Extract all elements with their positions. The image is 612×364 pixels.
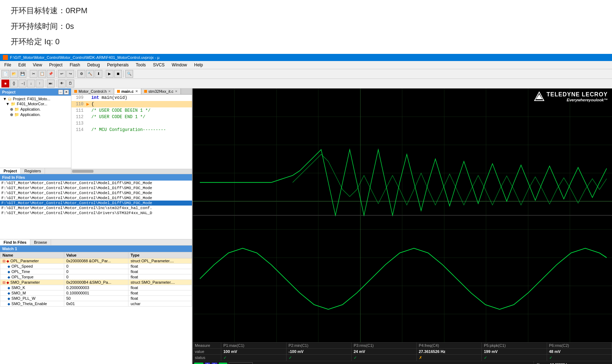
field-icon-speed: ◆: [7, 264, 10, 268]
find-files-label: Find In Files: [2, 175, 25, 180]
find-results[interactable]: F:\GIT_Motor\Motor_Control\Motor_Control…: [0, 181, 192, 239]
menu-edit[interactable]: Edit: [17, 62, 27, 68]
scope-bottom: Measure P1:max(C1) P2:min(C1) P3:rms(C1)…: [193, 342, 612, 364]
tb-save[interactable]: 💾: [19, 70, 26, 78]
measure-labels-row: Measure P1:max(C1) P2:min(C1) P3:rms(C1)…: [193, 343, 612, 349]
code-line-110: 110 ▶ {: [71, 101, 192, 107]
menu-svcs[interactable]: SVCS: [152, 62, 166, 68]
tb2-step-into[interactable]: ↓: [27, 80, 35, 87]
find-result-4[interactable]: F:\GIT_Motor\Motor_Control\Motor_Control…: [0, 196, 192, 201]
menu-view[interactable]: View: [31, 62, 44, 68]
tree-f401[interactable]: ▼ 📁 F401_MotorCor...: [0, 101, 71, 107]
struct-icon-opl: ⊟: [2, 259, 5, 263]
tb-paste[interactable]: 📌: [47, 70, 55, 78]
z4-ctrl-badge[interactable]: Z4: [219, 363, 228, 364]
tb2-step-over[interactable]: →|: [19, 80, 26, 87]
find-result-5[interactable]: F:\GIT_Motor\Motor_Control\Motor_Control…: [0, 201, 192, 206]
watch-row-smo-k[interactable]: ◆ SMO_K 0.200000003 float: [0, 285, 192, 290]
tree-expand-icon2: ⊕: [10, 107, 13, 112]
tab-motor-control-h[interactable]: Motor_Control.h ✕: [71, 89, 114, 94]
tb2-memory[interactable]: 🗒: [66, 80, 74, 87]
ftab-find-in-files[interactable]: Find In Files: [0, 239, 30, 245]
code-line-113: 113: [71, 120, 192, 127]
tb-redo[interactable]: ↪: [66, 70, 74, 78]
find-result-3[interactable]: F:\GIT_Motor\Motor_Control\Motor_Control…: [0, 191, 192, 196]
measure-value-header: value: [193, 349, 221, 354]
tab-close2[interactable]: ✕: [135, 90, 138, 93]
menu-help[interactable]: Help: [193, 62, 204, 68]
tb-zoom-in[interactable]: 🔍: [125, 70, 133, 78]
tb-new[interactable]: 📄: [1, 70, 9, 78]
project-tree[interactable]: ▼ 🗂 Project: F401_Moto... ▼ 📁 F401_Motor…: [0, 96, 71, 168]
zoom-label[interactable]: zoom(C4): [229, 362, 252, 364]
watch-row-smo-pll[interactable]: ◆ SMO_PLL_W 50 float: [0, 295, 192, 301]
tb2-braces[interactable]: {}: [10, 80, 18, 87]
ftab-browse[interactable]: Browse: [30, 239, 51, 245]
tb-debug-start[interactable]: ▶: [106, 70, 113, 78]
status-p1: ✓: [221, 355, 287, 361]
controls-area: C4 B D Z4 zoom(C4) 2.00 A/div -140.0 mA …: [193, 361, 612, 364]
c4-badge[interactable]: C4: [194, 363, 203, 364]
project-close-btn[interactable]: ✕: [64, 90, 69, 95]
menu-window[interactable]: Window: [170, 62, 188, 68]
b-badge[interactable]: B: [205, 363, 210, 364]
tab-close1[interactable]: ✕: [108, 90, 111, 93]
tb2-step-out[interactable]: ↑: [36, 80, 44, 87]
tb2-stop[interactable]: ■: [1, 80, 9, 87]
watch-table[interactable]: Name Value Type ⊟ ◆ OPL_Parameter: [0, 252, 192, 364]
watch-row-smo-m[interactable]: ◆ SMO_M 0.100000001 float: [0, 290, 192, 295]
watch-title: Watch 1: [2, 247, 17, 251]
watch-row-opl-torque[interactable]: ◆ OPL_Torque 0 float: [0, 274, 192, 279]
tree-expand-icon: ▼: [6, 102, 10, 106]
tb-copy[interactable]: 📋: [38, 70, 46, 78]
project-minimize-btn[interactable]: ─: [58, 90, 63, 95]
tb2-run-to-cursor[interactable]: ⏭: [47, 80, 55, 87]
tb-rebuild[interactable]: 🔨: [86, 70, 94, 78]
tab-close3[interactable]: ✕: [175, 90, 178, 93]
find-result-2[interactable]: F:\GIT_Motor\Motor_Control\Motor_Control…: [0, 186, 192, 191]
col-name: Name: [0, 252, 64, 258]
watch-row-opl-param[interactable]: ⊟ ◆ OPL_Parameter 0x20000088 &OPL_Par...…: [0, 258, 192, 263]
tab-stm32-it[interactable]: stm32f4xx_it.c ✕: [141, 89, 181, 94]
code-editor[interactable]: 109 int main(void) 110 ▶ { 111 /* USER C…: [71, 95, 192, 169]
scope-tagline: Everywhereyoulook™: [547, 98, 608, 102]
menu-debug[interactable]: Debug: [86, 62, 101, 68]
ptab-registers[interactable]: Registers: [21, 168, 45, 174]
tree-app1[interactable]: ⊕ 📁 Application.: [0, 107, 71, 112]
tb2-watch[interactable]: 👁: [58, 80, 66, 87]
tb-cut[interactable]: ✂: [30, 70, 37, 78]
d-badge[interactable]: D: [212, 363, 217, 364]
h-scrollbar[interactable]: [71, 169, 192, 174]
tree-root[interactable]: ▼ 🗂 Project: F401_Moto...: [0, 96, 71, 101]
menu-file[interactable]: File: [3, 62, 12, 68]
watch-row-smo-theta[interactable]: ◆ SMO_Theta_Enable 0x01 uchar: [0, 301, 192, 306]
tb-open[interactable]: 📂: [10, 70, 18, 78]
top-text-area: 开环目标转速：0RPM 开环持续时间：0s 开环给定 Iq: 0: [0, 0, 612, 54]
find-result-7[interactable]: F:\GIT_Motor\Motor_Control\Motor_Control…: [0, 211, 192, 216]
code-line-109: 109 int main(void): [71, 95, 192, 101]
ptab-project[interactable]: Project: [0, 168, 21, 174]
watch-row-opl-time[interactable]: ◆ OPL_Time 0 float: [0, 269, 192, 274]
project-header-buttons: ─ ✕: [58, 90, 69, 95]
tab-icon3: [144, 90, 147, 93]
watch-row-smo-param[interactable]: ⊟ ◆ SMO_Parameter 0x200000B4 &SMO_Pa... …: [0, 279, 192, 285]
scrollbar-thumb[interactable]: [72, 170, 93, 173]
status-p5: ✓: [482, 355, 547, 361]
tb-build[interactable]: ⚙: [77, 70, 85, 78]
menu-flash[interactable]: Flash: [68, 62, 81, 68]
tab-main-c[interactable]: main.c ✕: [114, 89, 141, 94]
measure-p3-label: P3:rms(C1): [351, 343, 417, 348]
tb-debug-stop[interactable]: ⏹: [114, 70, 122, 78]
tb-download[interactable]: ⬇: [95, 70, 102, 78]
tree-app2[interactable]: ⊕ 📁 Application.: [0, 112, 71, 117]
tree-app2-label: Application.: [20, 112, 41, 117]
measure-p1-label: P1:max(C1): [221, 343, 287, 348]
watch-row-opl-speed[interactable]: ◆ OPL_Speed 0 float: [0, 263, 192, 269]
find-result-1[interactable]: F:\GIT_Motor\Motor_Control\Motor_Control…: [0, 181, 192, 186]
tb-undo[interactable]: ↩: [58, 70, 66, 78]
watch-icon-opl: ◆: [6, 259, 9, 263]
menu-project[interactable]: Project: [48, 62, 64, 68]
find-result-6[interactable]: F:\GIT_Motor\Motor_Control\Motor_Control…: [0, 206, 192, 211]
menu-peripherals[interactable]: Peripherals: [106, 62, 130, 68]
menu-tools[interactable]: Tools: [135, 62, 147, 68]
